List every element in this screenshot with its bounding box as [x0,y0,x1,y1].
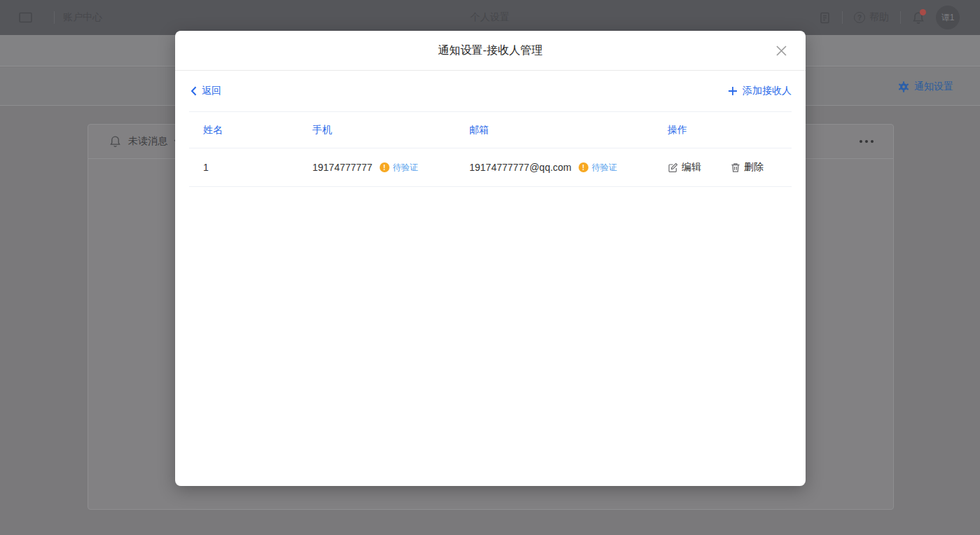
modal-title: 通知设置-接收人管理 [438,43,542,58]
console-icon [19,12,32,23]
column-header-actions: 操作 [654,124,792,137]
notifications-bell-button [912,11,925,25]
back-label: 返回 [202,85,221,97]
help-button: 帮助 [854,11,889,24]
top-bar: 账户中心 个人设置 帮助 谭1 [0,0,980,35]
bell-icon [109,135,121,148]
unread-messages-label: 未读消息 [128,135,167,148]
add-recipient-button[interactable]: 添加接收人 [728,85,792,97]
edit-button[interactable]: 编辑 [668,161,701,174]
warning-icon [380,162,389,172]
recipient-actions-cell: 编辑 删除 [654,161,792,174]
question-icon [854,12,865,23]
modal-header: 通知设置-接收人管理 [175,31,806,71]
topbar-divider [54,11,55,24]
recipient-name: 1 [189,162,298,173]
recipients-modal: 通知设置-接收人管理 返回 添加接收人 姓名 手机 邮箱 操作 1 191747… [175,31,806,486]
notification-settings-label: 通知设置 [914,81,953,93]
table-row: 1 19174777777 待验证 19174777777@qq.com 待验证… [189,148,792,187]
help-label: 帮助 [869,11,889,24]
plus-icon [728,86,738,96]
avatar-label: 谭1 [941,12,955,24]
gear-icon [898,81,909,92]
topbar-divider [900,11,901,24]
recipient-email-cell: 19174777777@qq.com 待验证 [455,162,654,174]
column-header-email: 邮箱 [455,124,654,137]
delete-button[interactable]: 删除 [731,161,764,174]
modal-toolbar: 返回 添加接收人 [175,71,806,111]
delete-label: 删除 [744,161,764,174]
recipient-phone-cell: 19174777777 待验证 [298,162,455,174]
recipient-phone: 19174777777 [312,162,373,173]
avatar: 谭1 [936,6,960,29]
table-header-row: 姓名 手机 邮箱 操作 [189,111,792,148]
product-name: 账户中心 [63,11,102,24]
topbar-divider [842,11,843,24]
back-button[interactable]: 返回 [191,85,221,97]
column-header-name: 姓名 [189,124,298,137]
phone-verify-link[interactable]: 待验证 [393,162,418,174]
trash-icon [731,162,740,173]
edit-icon [668,162,678,173]
recipients-table: 姓名 手机 邮箱 操作 1 19174777777 待验证 1917477777… [189,111,792,187]
chevron-left-icon [191,86,197,96]
notification-badge [920,9,926,15]
page-title: 个人设置 [471,11,510,24]
email-verify-link[interactable]: 待验证 [592,162,617,174]
edit-label: 编辑 [682,161,701,174]
add-recipient-label: 添加接收人 [743,85,792,97]
modal-close-button[interactable] [773,43,789,58]
recipient-email: 19174777777@qq.com [469,162,572,173]
column-header-phone: 手机 [298,124,455,137]
close-icon [775,45,787,57]
docs-icon [819,12,831,24]
more-options-icon [860,140,874,143]
notification-settings-button: 通知设置 [898,67,953,106]
warning-icon [579,162,588,172]
